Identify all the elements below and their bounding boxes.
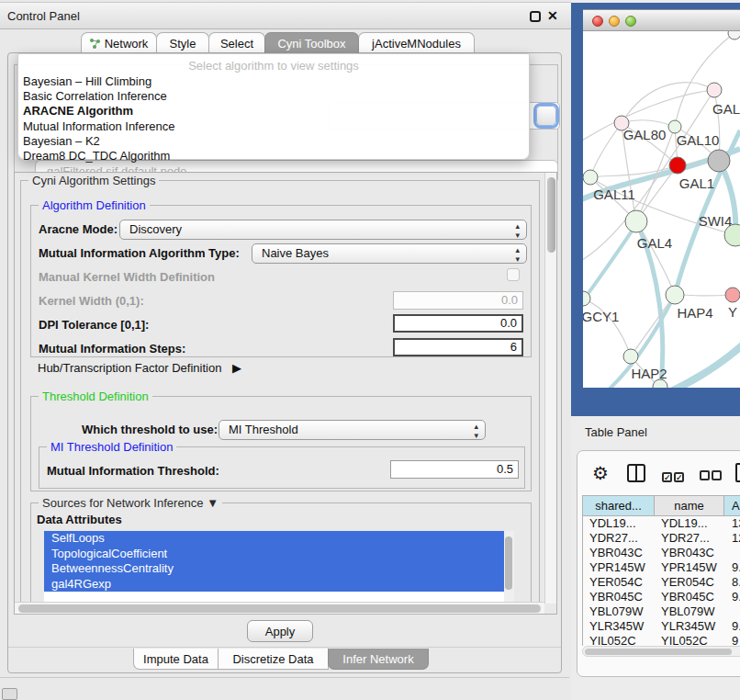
select-all-checkboxes-icon[interactable]: ✓✓ (662, 468, 686, 484)
settings-vertical-scrollbar[interactable] (544, 173, 556, 604)
dpi-tolerance-input[interactable]: 0.0 (393, 314, 523, 333)
mi-threshold-input[interactable]: 0.5 (390, 460, 519, 479)
scrollbar-thumb[interactable] (547, 177, 555, 253)
selected-value: MI Threshold (229, 423, 298, 436)
table-row[interactable]: YPR145WYPR145W9. (583, 560, 740, 575)
algorithm-dropdown-popup: Select algorithm to view settings Bayesi… (17, 53, 530, 160)
node-HAP2[interactable] (623, 349, 638, 364)
node-gray[interactable] (708, 150, 730, 172)
node-GAL11[interactable] (583, 170, 598, 185)
network-edge[interactable] (622, 83, 714, 123)
table-row[interactable]: YER054CYER054C8. (583, 575, 740, 590)
tab-style[interactable]: Style (156, 32, 209, 53)
mi-threshold-definition-group: MI Threshold Definition Mutual Informati… (39, 446, 525, 489)
aracne-mode-select[interactable]: Discovery ▴▾ (119, 220, 527, 240)
table-row[interactable]: YLR345WYLR345W9. (583, 619, 740, 634)
node-HAP4[interactable] (666, 286, 684, 304)
node-GAL4[interactable] (625, 210, 647, 232)
list-scrollbar[interactable] (504, 531, 514, 610)
scrollbar-thumb[interactable] (505, 536, 512, 590)
table-cell: YBR045C (655, 590, 724, 604)
deselect-all-checkboxes-icon[interactable] (700, 468, 723, 484)
zoom-traffic-light[interactable] (625, 16, 636, 27)
spinner-icon: ▴▾ (515, 221, 520, 240)
algorithm-option[interactable]: Dream8 DC_TDC Algorithm (23, 149, 529, 164)
network-window-titlebar[interactable] (583, 9, 740, 31)
close-icon[interactable]: ✕ (547, 8, 558, 23)
mi-steps-input[interactable]: 6 (393, 338, 523, 356)
table-row[interactable]: YBR043CYBR043C (583, 546, 740, 560)
node-GAL10[interactable] (668, 120, 681, 133)
network-edge[interactable] (631, 295, 675, 356)
tab-label: Network (105, 37, 149, 51)
attribute-list-item[interactable]: BetweennessCentrality (44, 561, 504, 577)
attribute-list-item[interactable]: SelfLoops (44, 531, 504, 547)
selected-value: Discovery (129, 222, 182, 236)
tab-discretize-data[interactable]: Discretize Data (218, 649, 329, 670)
tab-jactivemnodules[interactable]: jActiveMNodules (358, 32, 475, 53)
algorithm-option[interactable]: Bayesian – Hill Climbing (23, 74, 529, 89)
hub-definition-expander[interactable]: Hub/Transcription Factor Definition ▶ (38, 361, 241, 375)
float-window-icon[interactable] (530, 11, 541, 22)
algorithm-definition-group: Algorithm Definition Aracne Mode: Discov… (30, 205, 532, 357)
node-gal-top[interactable] (707, 83, 722, 97)
network-edge[interactable] (671, 342, 740, 388)
table-row[interactable]: YBR045CYBR045C9. (583, 590, 740, 604)
tab-cyni-toolbox[interactable]: Cyni Toolbox (264, 32, 359, 53)
algorithm-option[interactable]: ARACNE Algorithm (23, 104, 529, 119)
settings-horizontal-scrollbar[interactable] (15, 602, 544, 614)
table-settings-gear-icon[interactable]: ⚙ (592, 462, 609, 484)
node-label: GAL11 (593, 186, 635, 202)
algorithm-popup-list: Bayesian – Hill ClimbingBasic Correlatio… (23, 74, 529, 164)
column-header-shared-name[interactable]: shared... (583, 496, 655, 516)
table-cell: YDL19... (583, 516, 655, 531)
combo-arrow-button[interactable] (536, 106, 556, 126)
tab-infer-network[interactable]: Infer Network (328, 649, 429, 670)
manual-kernel-checkbox[interactable] (507, 268, 520, 281)
table-cell: 9. (724, 619, 740, 634)
network-edge[interactable] (583, 299, 631, 356)
close-traffic-light[interactable] (592, 16, 603, 27)
network-canvas[interactable]: GALGAL80GAL10GAL1GAL11GAL4SWI4YHAP4GCY1H… (583, 31, 740, 388)
network-edge[interactable] (622, 120, 675, 127)
table-cell: YBL079W (583, 604, 655, 619)
node-salmon[interactable] (725, 288, 740, 302)
restore-panel-icon[interactable] (2, 688, 17, 700)
tab-impute-data[interactable]: Impute Data (133, 649, 219, 670)
node-label: HAP2 (631, 366, 667, 381)
algorithm-option[interactable]: Bayesian – K2 (23, 134, 529, 149)
table-row[interactable]: YIL052CYIL052C9 (583, 634, 740, 646)
table-horizontal-scrollbar[interactable] (582, 646, 740, 657)
table-row[interactable]: YBL079WYBL079W (583, 604, 740, 619)
scrollbar-thumb[interactable] (18, 604, 541, 613)
new-table-icon[interactable] (735, 463, 740, 482)
which-threshold-label: Which threshold to use: (82, 423, 218, 436)
algorithm-option[interactable]: Basic Correlation Inference (23, 89, 529, 104)
group-title: Sources for Network Inference ▼ (39, 496, 222, 510)
panel-title: Control Panel (7, 3, 80, 29)
tab-select[interactable]: Select (208, 32, 265, 53)
mi-threshold-label: Mutual Information Threshold: (47, 464, 219, 478)
node-GAL1[interactable] (669, 157, 686, 174)
mi-type-select[interactable]: Naive Bayes ▴▾ (252, 243, 527, 264)
network-edge[interactable] (590, 123, 622, 177)
split-column-view-icon[interactable] (627, 464, 645, 482)
column-header-name[interactable]: name (655, 496, 724, 516)
algorithm-option[interactable]: Mutual Information Inference (23, 119, 529, 134)
node-partial-top[interactable] (728, 31, 740, 40)
column-header-third[interactable]: A (724, 496, 740, 516)
attribute-list-item[interactable]: TopologicalCoefficient (44, 547, 504, 562)
which-threshold-select[interactable]: MI Threshold ▴▾ (219, 420, 486, 440)
kernel-width-input[interactable]: 0.0 (393, 291, 523, 310)
attribute-list-item[interactable]: gal4RGexp (44, 577, 504, 593)
table-row[interactable]: YDR27...YDR27...12 (583, 531, 740, 546)
table-row[interactable]: YDL19...YDL19...13 (583, 516, 740, 531)
apply-button[interactable]: Apply (247, 620, 313, 642)
minimize-traffic-light[interactable] (609, 16, 620, 27)
table-cell: YPR145W (655, 560, 724, 575)
dpi-tolerance-label: DPI Tolerance [0,1]: (39, 318, 149, 332)
tab-network[interactable]: Network (81, 32, 157, 53)
node-label: GAL (712, 101, 740, 117)
popup-placeholder: Select algorithm to view settings (18, 59, 529, 74)
scrollbar-thumb[interactable] (585, 649, 732, 655)
